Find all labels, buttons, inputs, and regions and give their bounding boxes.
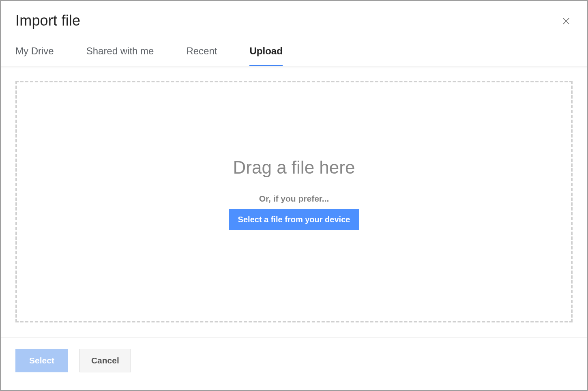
upload-dropzone[interactable]: Drag a file here Or, if you prefer... Se…: [15, 81, 573, 322]
select-from-device-button[interactable]: Select a file from your device: [229, 209, 359, 230]
close-icon: [562, 17, 571, 27]
dialog-footer: Select Cancel: [1, 337, 587, 390]
upload-panel: Drag a file here Or, if you prefer... Se…: [1, 66, 587, 337]
tab-my-drive[interactable]: My Drive: [15, 45, 54, 66]
close-button[interactable]: [560, 15, 573, 28]
select-button[interactable]: Select: [15, 349, 68, 372]
import-file-dialog: Import file My Drive Shared with me Rece…: [0, 0, 588, 391]
drop-title: Drag a file here: [233, 157, 355, 178]
dialog-tabs: My Drive Shared with me Recent Upload: [1, 29, 587, 66]
tab-shared-with-me[interactable]: Shared with me: [86, 45, 154, 66]
tab-upload[interactable]: Upload: [249, 45, 282, 66]
dialog-header: Import file: [1, 1, 587, 29]
cancel-button[interactable]: Cancel: [79, 349, 131, 372]
tab-recent[interactable]: Recent: [186, 45, 217, 66]
drop-subtitle: Or, if you prefer...: [259, 194, 329, 204]
dialog-title: Import file: [15, 12, 573, 29]
